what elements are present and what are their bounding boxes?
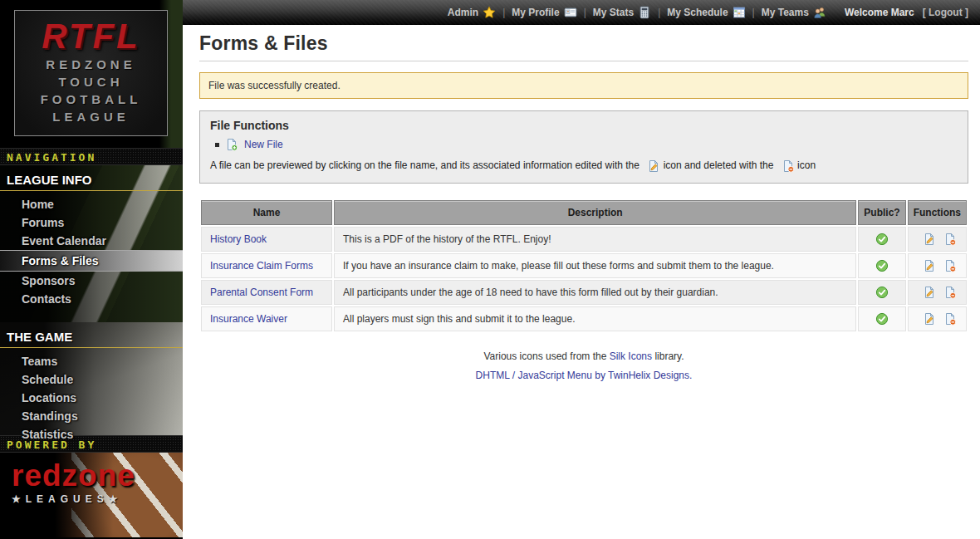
file-name-link[interactable]: Parental Consent Form bbox=[210, 287, 313, 298]
edit-file-icon[interactable] bbox=[920, 312, 933, 326]
delete-file-icon[interactable] bbox=[941, 312, 954, 326]
edit-file-icon bbox=[644, 159, 658, 173]
column-header-name: Name bbox=[201, 200, 332, 225]
logo-line: REDZONE bbox=[15, 56, 167, 73]
sidebar-item-forms-files[interactable]: Forms & Files bbox=[0, 250, 183, 272]
topbar-my-profile[interactable]: My Profile bbox=[512, 6, 576, 19]
delete-file-icon[interactable] bbox=[941, 286, 954, 299]
delete-file-icon[interactable] bbox=[941, 259, 954, 272]
file-description: If you have an insurance claim to make, … bbox=[334, 253, 856, 278]
topbar-separator: | bbox=[752, 7, 755, 18]
credit-text: library. bbox=[654, 350, 684, 362]
sidebar-item-event-calendar[interactable]: Event Calendar bbox=[0, 232, 183, 250]
logo-line: TOUCH bbox=[15, 73, 167, 91]
twinhelix-credit-link[interactable]: DHTML / JavaScript Menu by TwinHelix Des… bbox=[476, 370, 693, 381]
new-file-link[interactable]: New File bbox=[244, 139, 283, 150]
sidebar-item-sponsors[interactable]: Sponsors bbox=[0, 272, 183, 290]
credit-text: Various icons used from the bbox=[483, 350, 606, 362]
delete-file-icon[interactable] bbox=[941, 233, 954, 246]
public-accept-icon bbox=[875, 312, 889, 326]
topbar-my-stats-label: My Stats bbox=[593, 7, 634, 18]
edit-file-icon[interactable] bbox=[920, 286, 933, 299]
sidebar-item-contacts[interactable]: Contacts bbox=[0, 290, 183, 308]
edit-file-icon[interactable] bbox=[920, 259, 933, 272]
topbar-my-teams-label: My Teams bbox=[762, 7, 809, 18]
logo-line: FOOTBALL bbox=[15, 91, 167, 108]
title-divider bbox=[199, 61, 968, 61]
calculator-icon bbox=[638, 6, 651, 19]
page-title: Forms & Files bbox=[199, 32, 968, 55]
topbar-my-stats[interactable]: My Stats bbox=[593, 6, 651, 19]
powered-by-banner: POWERED BY bbox=[0, 435, 183, 453]
delete-file-icon bbox=[779, 159, 792, 173]
bullet-icon bbox=[215, 143, 219, 147]
file-name-link[interactable]: Insurance Claim Forms bbox=[210, 260, 313, 272]
silk-icons-link[interactable]: Silk Icons bbox=[610, 350, 652, 362]
column-header-functions: Functions bbox=[908, 200, 967, 225]
public-accept-icon bbox=[875, 233, 889, 246]
topbar-separator: | bbox=[658, 7, 660, 18]
topbar-my-profile-label: My Profile bbox=[512, 7, 559, 18]
topbar-separator: | bbox=[584, 7, 586, 18]
files-table: Name Description Public? Functions Histo… bbox=[199, 198, 968, 333]
section-title-the-game: THE GAME bbox=[0, 322, 183, 348]
navigation-banner: NAVIGATION bbox=[0, 148, 183, 165]
sidebar-item-locations[interactable]: Locations bbox=[0, 389, 183, 407]
group-icon bbox=[813, 6, 826, 19]
sidebar-item-home[interactable]: Home bbox=[0, 195, 183, 213]
table-row: Parental Consent Form All participants u… bbox=[201, 280, 967, 305]
logo-rtfl-text: RTFL bbox=[15, 17, 167, 56]
help-text: icon and deleted with the bbox=[664, 159, 774, 171]
column-header-description: Description bbox=[334, 200, 856, 225]
file-functions-title: File Functions bbox=[210, 119, 958, 132]
edit-file-icon[interactable] bbox=[920, 233, 933, 246]
sidebar-item-schedule[interactable]: Schedule bbox=[0, 370, 183, 389]
sidebar: RTFL REDZONE TOUCH FOOTBALL LEAGUE NAVIG… bbox=[0, 0, 183, 539]
help-text: A file can be previewed by clicking on t… bbox=[210, 159, 639, 171]
help-text: icon bbox=[797, 159, 816, 171]
public-accept-icon bbox=[875, 259, 889, 272]
table-row: Insurance Waiver All players must sign t… bbox=[201, 306, 967, 331]
file-functions-panel: File Functions New File A file can be pr… bbox=[199, 110, 968, 184]
star-icon bbox=[483, 6, 496, 19]
file-functions-help: A file can be previewed by clicking on t… bbox=[210, 159, 958, 173]
topbar-separator: | bbox=[502, 7, 505, 18]
table-row: History Book This is a PDF of the histor… bbox=[201, 227, 967, 252]
file-name-link[interactable]: Insurance Waiver bbox=[210, 313, 287, 325]
schedule-table-icon bbox=[733, 6, 746, 19]
brand-redzone-text: redzone bbox=[12, 461, 135, 490]
topbar-my-teams[interactable]: My Teams bbox=[762, 6, 826, 19]
public-accept-icon bbox=[875, 286, 889, 299]
topbar-admin[interactable]: Admin bbox=[448, 6, 496, 19]
welcome-user-label: Welcome Marc bbox=[845, 7, 914, 18]
sidebar-item-forums[interactable]: Forums bbox=[0, 213, 183, 232]
section-title-league-info: LEAGUE INFO bbox=[0, 165, 183, 191]
logout-button[interactable]: [ Logout ] bbox=[923, 7, 968, 18]
redzone-leagues-logo: redzone ★LEAGUES★ bbox=[0, 453, 183, 539]
sidebar-item-teams[interactable]: Teams bbox=[0, 352, 183, 370]
logo-line: LEAGUE bbox=[15, 108, 167, 125]
file-description: This is a PDF of the history of the RTFL… bbox=[334, 227, 856, 252]
topbar: Admin | My Profile | My Stats | My Sched… bbox=[183, 0, 980, 25]
file-description: All players must sign this and submit it… bbox=[334, 306, 856, 331]
file-name-link[interactable]: History Book bbox=[210, 233, 267, 245]
sidebar-logo-area: RTFL REDZONE TOUCH FOOTBALL LEAGUE bbox=[0, 0, 183, 148]
column-header-public: Public? bbox=[858, 200, 905, 225]
topbar-my-schedule[interactable]: My Schedule bbox=[667, 6, 745, 19]
league-logo: RTFL REDZONE TOUCH FOOTBALL LEAGUE bbox=[14, 10, 168, 136]
brand-leagues-text: ★LEAGUES★ bbox=[12, 493, 135, 505]
flash-message: File was successfully created. bbox=[199, 72, 968, 99]
file-description: All participants under the age of 18 nee… bbox=[334, 280, 856, 305]
topbar-my-schedule-label: My Schedule bbox=[667, 7, 728, 18]
icons-credit-line: Various icons used from the Silk Icons l… bbox=[199, 350, 968, 362]
vcard-icon bbox=[564, 6, 577, 19]
main-content: Forms & Files File was successfully crea… bbox=[183, 25, 980, 539]
sidebar-item-standings[interactable]: Standings bbox=[0, 407, 183, 425]
sidebar-section-league-info: LEAGUE INFO Home Forums Event Calendar F… bbox=[0, 165, 183, 322]
new-file-icon[interactable] bbox=[225, 138, 238, 151]
sidebar-section-the-game: THE GAME Teams Schedule Locations Standi… bbox=[0, 322, 183, 435]
table-row: Insurance Claim Forms If you have an ins… bbox=[201, 253, 967, 278]
topbar-admin-label: Admin bbox=[448, 7, 478, 18]
